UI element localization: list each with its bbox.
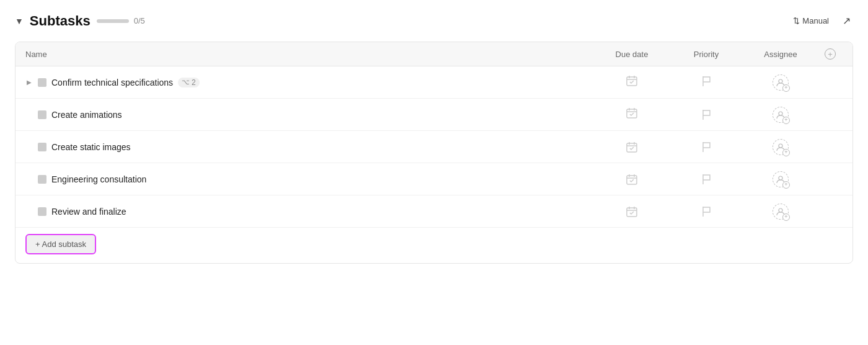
header-left: ▼ Subtasks 0/5 xyxy=(15,13,145,29)
task-status-square[interactable] xyxy=(38,143,46,151)
add-subtask-button[interactable]: + Add subtask xyxy=(25,234,96,254)
subtask-count-badge[interactable]: ⌥ 2 xyxy=(178,78,200,87)
task-status-square[interactable] xyxy=(38,175,46,184)
table-row: ▶ Engineering consultation xyxy=(16,163,852,195)
col-header-due-date: Due date xyxy=(595,48,669,60)
task-status-square[interactable] xyxy=(38,207,46,216)
cell-name: ▶ Engineering consultation xyxy=(25,174,595,184)
cell-name: ▶ Confirm technical specifications ⌥ 2 xyxy=(25,78,595,87)
avatar-add-icon[interactable]: + xyxy=(782,84,790,92)
add-subtask-row: + Add subtask xyxy=(16,228,852,263)
cell-name: ▶ Create static images xyxy=(25,142,595,152)
table-row: ▶ Create static images xyxy=(16,131,852,163)
task-name[interactable]: Review and finalize xyxy=(51,207,126,217)
svg-point-29 xyxy=(779,208,782,212)
cell-name: ▶ Create animations xyxy=(25,110,595,120)
svg-point-17 xyxy=(779,144,782,148)
avatar-add-icon[interactable]: + xyxy=(782,149,790,156)
subtasks-header: ▼ Subtasks 0/5 ⇅ Manual ↗ xyxy=(15,12,853,29)
assignee-avatar[interactable]: + xyxy=(773,139,789,155)
cell-due-date[interactable] xyxy=(595,205,669,218)
assignee-avatar[interactable]: + xyxy=(773,171,789,187)
col-header-add[interactable]: + xyxy=(818,48,843,60)
add-column-icon[interactable]: + xyxy=(825,48,836,60)
flag-icon[interactable] xyxy=(701,76,711,89)
page-wrapper: ▼ Subtasks 0/5 ⇅ Manual ↗ Name Due xyxy=(0,0,868,276)
cell-assignee[interactable]: + xyxy=(743,171,818,187)
task-name[interactable]: Create static images xyxy=(51,142,131,152)
expand-button[interactable]: ↗ xyxy=(840,12,853,29)
progress-bar-wrapper: 0/5 xyxy=(97,16,145,25)
cell-priority[interactable] xyxy=(669,76,743,89)
sort-icon: ⇅ xyxy=(793,16,800,25)
cell-assignee[interactable]: + xyxy=(743,139,818,155)
col-header-name: Name xyxy=(25,48,595,60)
cell-priority[interactable] xyxy=(669,109,743,120)
subtask-link-icon: ⌥ xyxy=(182,78,190,86)
task-status-square[interactable] xyxy=(38,110,46,119)
avatar-add-icon[interactable]: + xyxy=(782,181,790,189)
collapse-chevron-icon[interactable]: ▼ xyxy=(15,16,24,26)
table-row: ▶ Confirm technical specifications ⌥ 2 xyxy=(16,66,852,99)
progress-bar-track xyxy=(97,19,129,23)
cell-priority[interactable] xyxy=(669,141,743,153)
cell-assignee[interactable]: + xyxy=(743,74,818,91)
task-name[interactable]: Create animations xyxy=(51,110,122,120)
avatar-add-icon[interactable]: + xyxy=(782,117,790,124)
assignee-avatar[interactable]: + xyxy=(773,204,789,220)
progress-count: 0/5 xyxy=(134,16,145,25)
col-header-assignee: Assignee xyxy=(743,48,818,60)
cell-due-date[interactable] xyxy=(595,74,669,90)
svg-rect-18 xyxy=(627,176,637,184)
cell-priority[interactable] xyxy=(669,174,743,185)
table-row: ▶ Create animations xyxy=(16,99,852,131)
svg-point-11 xyxy=(779,112,782,115)
subtask-count: 2 xyxy=(192,78,196,87)
cell-assignee[interactable]: + xyxy=(743,107,818,123)
svg-point-23 xyxy=(779,176,782,180)
table-header: Name Due date Priority Assignee + xyxy=(16,42,852,66)
calendar-icon[interactable] xyxy=(626,107,638,122)
cell-due-date[interactable] xyxy=(595,141,669,153)
svg-rect-12 xyxy=(627,143,637,152)
cell-name: ▶ Review and finalize xyxy=(25,207,595,217)
col-header-priority: Priority xyxy=(669,48,743,60)
cell-priority[interactable] xyxy=(669,206,743,217)
assignee-avatar[interactable]: + xyxy=(773,74,789,91)
manual-label: Manual xyxy=(802,16,829,25)
svg-point-5 xyxy=(779,79,782,83)
calendar-icon[interactable] xyxy=(626,74,638,90)
table-row: ▶ Review and finalize xyxy=(16,195,852,228)
manual-sort-button[interactable]: ⇅ Manual xyxy=(789,14,833,28)
svg-rect-0 xyxy=(627,77,637,86)
svg-rect-24 xyxy=(627,208,637,217)
cell-due-date[interactable] xyxy=(595,173,669,186)
task-name[interactable]: Engineering consultation xyxy=(51,174,146,184)
header-right: ⇅ Manual ↗ xyxy=(789,12,853,29)
task-status-square[interactable] xyxy=(38,78,46,87)
avatar-add-icon[interactable]: + xyxy=(782,213,790,221)
row-expand-button[interactable]: ▶ xyxy=(25,78,33,87)
task-name[interactable]: Confirm technical specifications xyxy=(51,78,173,87)
subtasks-title: Subtasks xyxy=(30,13,91,29)
svg-rect-6 xyxy=(627,109,637,118)
cell-due-date[interactable] xyxy=(595,107,669,122)
cell-assignee[interactable]: + xyxy=(743,204,818,220)
assignee-avatar[interactable]: + xyxy=(773,107,789,123)
subtasks-table: Name Due date Priority Assignee + ▶ Conf… xyxy=(15,42,853,264)
